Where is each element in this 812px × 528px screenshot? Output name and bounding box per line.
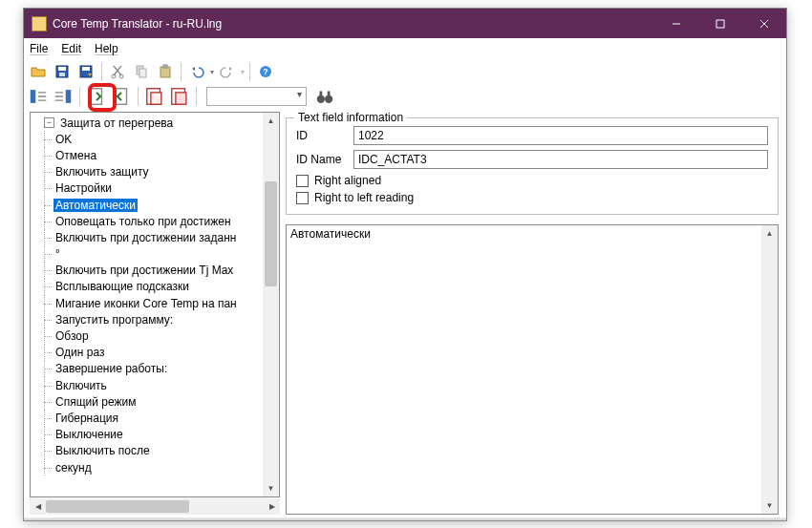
- tree-item[interactable]: Мигание иконки Core Temp на пан: [31, 295, 263, 311]
- svg-rect-13: [160, 67, 170, 77]
- checkbox-icon: [296, 192, 309, 204]
- toolbar-main: ▾ ▾ ?: [24, 59, 786, 84]
- save-button[interactable]: [52, 61, 73, 82]
- tree-item[interactable]: Гибернация: [31, 410, 263, 426]
- toolbar-secondary: [24, 84, 786, 109]
- help-button[interactable]: ?: [255, 61, 276, 82]
- svg-rect-8: [82, 67, 90, 71]
- collapse-icon[interactable]: −: [44, 117, 54, 128]
- tree-item[interactable]: OK: [31, 131, 263, 147]
- tree-item[interactable]: Включить защиту: [31, 164, 263, 180]
- tree-item[interactable]: Завершение работы:: [31, 361, 263, 377]
- tool-icon-5[interactable]: [144, 86, 165, 107]
- menu-file[interactable]: File: [30, 42, 48, 55]
- tree-item[interactable]: Включить при достижении заданн: [31, 229, 263, 245]
- tool-icon-3[interactable]: [86, 86, 107, 107]
- svg-text:?: ?: [263, 67, 268, 76]
- tool-icon-2[interactable]: [53, 86, 74, 107]
- scroll-up-arrow[interactable]: ▲: [263, 113, 279, 129]
- tree-vertical-scrollbar[interactable]: ▲ ▼: [263, 113, 279, 496]
- tree-item[interactable]: Оповещать только при достижен: [31, 213, 263, 229]
- tree-item[interactable]: Отмена: [31, 147, 263, 163]
- group-legend: Text field information: [294, 111, 407, 124]
- tool-icon-1[interactable]: [28, 86, 49, 107]
- svg-rect-22: [151, 93, 161, 104]
- redo-button[interactable]: [217, 61, 238, 82]
- maximize-button[interactable]: [698, 9, 742, 38]
- close-button[interactable]: [742, 9, 786, 38]
- rtl-checkbox[interactable]: Right to left reading: [296, 191, 768, 204]
- checkbox-icon: [296, 175, 309, 187]
- combo-dropdown[interactable]: [206, 87, 307, 106]
- tree-item[interactable]: °: [31, 246, 263, 263]
- svg-rect-18: [66, 90, 72, 103]
- svg-rect-24: [176, 93, 186, 104]
- tree-item[interactable]: Выключить после: [31, 443, 263, 459]
- minimize-button[interactable]: [654, 9, 698, 38]
- menu-help[interactable]: Help: [95, 42, 118, 55]
- scroll-down-arrow[interactable]: ▼: [263, 480, 279, 496]
- idname-label: ID Name: [296, 153, 353, 166]
- svg-rect-1: [716, 20, 724, 28]
- tree-item[interactable]: Всплывающие подсказки: [31, 279, 263, 295]
- tree-item[interactable]: Запустить программу:: [31, 311, 263, 327]
- svg-rect-14: [163, 65, 167, 68]
- id-field[interactable]: [353, 126, 768, 145]
- tree-item[interactable]: Настройки: [31, 180, 263, 197]
- tool-icon-6[interactable]: [169, 86, 190, 107]
- editor-vertical-scrollbar[interactable]: ▲ ▼: [761, 225, 778, 514]
- binoculars-icon[interactable]: [314, 86, 335, 107]
- tree-item[interactable]: Обзор: [31, 327, 263, 344]
- scroll-thumb[interactable]: [265, 181, 277, 286]
- svg-rect-12: [139, 69, 146, 77]
- svg-rect-6: [59, 73, 65, 76]
- menubar: File Edit Help: [24, 38, 786, 59]
- svg-rect-17: [31, 90, 36, 103]
- menu-edit[interactable]: Edit: [61, 42, 81, 55]
- svg-rect-28: [328, 92, 331, 97]
- tree-root[interactable]: −Защита от перегрева: [31, 115, 263, 131]
- tree-view[interactable]: −Защита от перегреваOKОтменаВключить защ…: [30, 112, 280, 497]
- right-aligned-checkbox[interactable]: Right aligned: [296, 174, 768, 187]
- tool-icon-4[interactable]: [111, 86, 132, 107]
- text-editor[interactable]: Автоматически ▲ ▼: [286, 224, 779, 515]
- undo-button[interactable]: [186, 61, 207, 82]
- titlebar[interactable]: Core Temp Translator - ru-RU.lng: [24, 9, 786, 38]
- tree-item[interactable]: Автоматически: [31, 197, 263, 213]
- svg-rect-5: [58, 67, 66, 71]
- window-title: Core Temp Translator - ru-RU.lng: [53, 17, 654, 31]
- editor-text: Автоматически: [287, 225, 778, 243]
- id-label: ID: [296, 129, 353, 142]
- tree-item[interactable]: секунд: [31, 459, 263, 475]
- idname-field[interactable]: [353, 150, 768, 169]
- text-field-info-group: Text field information ID ID Name Right …: [286, 117, 779, 215]
- open-button[interactable]: [28, 61, 49, 82]
- tree-item[interactable]: Включить: [31, 377, 263, 393]
- tree-item[interactable]: Один раз: [31, 345, 263, 361]
- tree-item[interactable]: Спящий режим: [31, 393, 263, 410]
- save-as-button[interactable]: [75, 61, 96, 82]
- svg-rect-27: [320, 92, 323, 97]
- tree-item[interactable]: Включить при достижении Tj Max: [31, 263, 263, 279]
- app-icon: [32, 16, 47, 32]
- paste-button[interactable]: [155, 61, 176, 82]
- tree-horizontal-scrollbar[interactable]: ◀ ▶: [30, 498, 280, 515]
- cut-button[interactable]: [107, 61, 128, 82]
- tree-item[interactable]: Выключение: [31, 427, 263, 443]
- copy-button[interactable]: [131, 61, 152, 82]
